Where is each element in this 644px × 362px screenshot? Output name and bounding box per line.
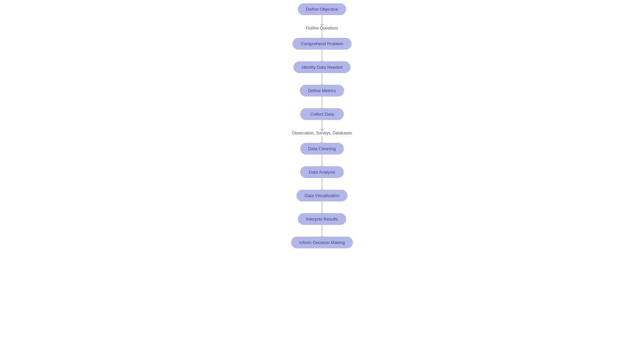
node-comprehend-problem: Comprehend Problem xyxy=(292,38,351,50)
arrow-11 xyxy=(322,225,322,237)
arrow-2 xyxy=(322,31,322,38)
arrow-8 xyxy=(322,155,322,166)
flowchart: Define Objective Outline Questions Compr… xyxy=(291,0,353,248)
label-outline-questions: Outline Questions xyxy=(306,26,338,31)
arrow-9 xyxy=(322,178,322,190)
node-collect-data: Collect Data xyxy=(300,108,344,120)
arrow-1 xyxy=(322,15,322,24)
node-identify-data-needed: Identify Data Needed xyxy=(293,61,351,73)
arrow-3 xyxy=(322,50,322,61)
node-data-analysis: Data Analysis xyxy=(300,166,344,178)
arrow-7 xyxy=(322,136,322,143)
node-inform-decision-making: Inform Decision Making xyxy=(291,237,353,248)
arrow-6 xyxy=(322,120,322,129)
arrow-4 xyxy=(322,73,322,85)
arrow-5 xyxy=(322,97,322,108)
label-observation-surveys: Observation, Surveys, Databases xyxy=(292,131,352,135)
node-define-metrics: Define Metrics xyxy=(300,85,344,97)
node-interpret-results: Interpret Results xyxy=(298,213,346,225)
node-data-cleaning: Data Cleaning xyxy=(300,143,344,155)
arrow-10 xyxy=(322,201,322,213)
node-data-visualization: Data Visualization xyxy=(297,190,347,201)
node-define-objective: Define Objective xyxy=(298,3,346,15)
